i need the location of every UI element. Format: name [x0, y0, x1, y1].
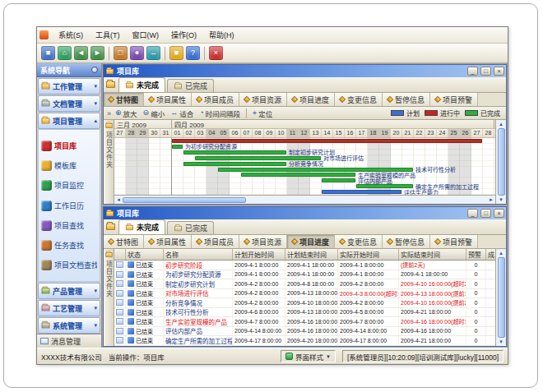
- gantt-tab-unfinished[interactable]: 未完成: [118, 77, 165, 92]
- menu-system[interactable]: 系统(S): [53, 28, 89, 42]
- table-row[interactable]: 已结束分析竞争情况2009-4-2 8:00:002009-4-10 18:00…: [114, 298, 495, 308]
- help-button[interactable]: ?: [186, 46, 200, 60]
- message-management-tab[interactable]: 消息管理: [37, 334, 101, 348]
- gantt-tab-project-resources[interactable]: 项目资源: [239, 93, 287, 106]
- refresh-button[interactable]: ↔: [146, 46, 160, 60]
- scroll-right-icon[interactable]: ►: [489, 196, 494, 203]
- restore-button[interactable]: □: [480, 209, 491, 218]
- side-tab-project-folder[interactable]: 项目文件夹: [104, 249, 114, 346]
- row-selector-cell[interactable]: [114, 279, 126, 288]
- table-row[interactable]: 已结束生产实验室规模的产品2009-4-7 8:00:002009-4-16 1…: [114, 317, 495, 327]
- zoom-in-button[interactable]: ⊕放大: [114, 108, 139, 118]
- menu-help[interactable]: 帮助(H): [203, 28, 240, 42]
- table-tab-finished[interactable]: 已完成: [167, 221, 214, 234]
- gantt-tab-project-properties[interactable]: 项目属性: [144, 93, 192, 106]
- sidebar-item-work-calendar[interactable]: 工作日历: [41, 201, 97, 211]
- table-tab-project-members[interactable]: 项目成员: [192, 235, 239, 248]
- gantt-bar-define-production-process[interactable]: [356, 184, 413, 188]
- home-button[interactable]: ⌂: [58, 46, 72, 60]
- table-tab-project-warning[interactable]: 项目预警: [430, 235, 478, 248]
- sidebar-item-project-library[interactable]: 项目库: [41, 141, 97, 151]
- gantt-body[interactable]: 为初步研究分配资源制定初步研究计划对市场进行评估分析竞争情况技术可行性分析生产实…: [114, 138, 495, 195]
- fit-button[interactable]: ↔适合: [169, 108, 195, 118]
- table-header-status[interactable]: 状态: [126, 249, 164, 260]
- table-header-members[interactable]: 成: [486, 249, 495, 260]
- sidebar-group-work-management[interactable]: 工作管理▾: [38, 78, 100, 95]
- gantt-window-titlebar[interactable]: 项目库 _ □ ×: [104, 65, 506, 77]
- time-interval-button[interactable]: ◔时间间隔段: [197, 108, 242, 118]
- gantt-tab-project-members[interactable]: 项目成员: [192, 93, 239, 106]
- table-tab-unfinished[interactable]: 未完成: [118, 219, 165, 234]
- table-window-titlebar[interactable]: 项目库 _ □ ×: [104, 207, 506, 219]
- close-button[interactable]: ×: [494, 209, 504, 218]
- overflow-chevron-icon[interactable]: »: [107, 109, 111, 118]
- horizontal-scrollbar[interactable]: ◄ ►: [114, 195, 495, 204]
- table-row[interactable]: 已结束对市场进行评估2009-4-2 8:00:002009-4-13 18:0…: [114, 289, 495, 299]
- table-row[interactable]: 已结束确定生产所需的加工过程2009-4-17 8:00:002009-4-20…: [114, 336, 495, 346]
- scroll-left-icon[interactable]: ◄: [116, 196, 121, 203]
- sidebar-group-document-management[interactable]: 文档管理▾: [38, 95, 100, 112]
- table-row[interactable]: 已结束制定初步研究计划2009-4-2 8:00:002009-4-8 18:0…: [114, 279, 495, 289]
- row-selector-cell[interactable]: [114, 317, 126, 326]
- sidebar-group-process-management[interactable]: 工艺管理▾: [38, 300, 100, 316]
- sidebar-item-task-search[interactable]: 任务查找: [41, 240, 97, 251]
- menu-tools[interactable]: 工具(T): [90, 28, 126, 42]
- gantt-bar-assign-resources[interactable]: [172, 145, 183, 149]
- scroll-up-icon[interactable]: ▲: [499, 250, 504, 256]
- gantt-bar-evaluate-capacity[interactable]: [322, 190, 401, 194]
- gantt-tab-finished[interactable]: 已完成: [167, 79, 214, 92]
- row-selector-cell[interactable]: [114, 336, 126, 345]
- zoom-out-button[interactable]: ⊖缩小: [142, 108, 167, 118]
- scroll-up-icon[interactable]: ▲: [499, 121, 504, 127]
- gantt-tab-pause-info[interactable]: 暂停信息: [383, 93, 430, 106]
- minimize-button[interactable]: _: [467, 209, 478, 218]
- gantt-bar-market-evaluation[interactable]: [195, 156, 321, 160]
- scroll-down-icon[interactable]: ▼: [499, 339, 504, 345]
- table-row[interactable]: 已结束为初步研究分配资源2009-4-1 8:00:002009-4-1 18:…: [114, 270, 495, 280]
- sidebar-group-system-management[interactable]: 系统管理▾: [38, 317, 100, 334]
- table-row[interactable]: 已结束评估内部产品2009-4-14 8:00:002009-4-16 18:0…: [114, 327, 495, 337]
- h-scrollbar-thumb[interactable]: [123, 197, 246, 203]
- gantt-tab-project-warning[interactable]: 项目预警: [430, 93, 478, 106]
- v-scrollbar-thumb[interactable]: [498, 257, 505, 338]
- gantt-tab-change-info[interactable]: 变更信息: [335, 93, 383, 106]
- row-selector-cell[interactable]: [114, 261, 126, 270]
- table-tab-change-info[interactable]: 变更信息: [335, 235, 383, 248]
- search-button[interactable]: ●: [130, 46, 144, 60]
- table-tab-gantt-chart[interactable]: 甘特图: [104, 235, 144, 248]
- sidebar-item-project-search[interactable]: 项目查找: [41, 220, 97, 231]
- table-header-actual-start[interactable]: 实际开始时间: [338, 249, 399, 260]
- pin-icon[interactable]: [91, 67, 98, 73]
- sidebar-item-project-doc-search[interactable]: 项目文档查找: [41, 260, 97, 270]
- sidebar-group-project-management[interactable]: 项目管理▴: [38, 113, 100, 129]
- row-selector-cell[interactable]: [114, 289, 126, 298]
- table-header-name[interactable]: 名称: [164, 249, 233, 260]
- scroll-down-icon[interactable]: ▼: [499, 196, 504, 203]
- window-button[interactable]: □: [114, 46, 128, 60]
- gantt-bar-make-initial-plan[interactable]: [183, 150, 286, 154]
- gantt-bar-evaluate-internal-product[interactable]: [322, 178, 355, 182]
- exit-button[interactable]: ×: [209, 46, 223, 60]
- table-tab-project-properties[interactable]: 项目属性: [144, 235, 192, 248]
- sidebar-item-project-monitor[interactable]: 项目监控: [41, 180, 97, 191]
- locate-button[interactable]: ⌖定位: [251, 108, 274, 118]
- gantt-tab-project-progress[interactable]: 项目进度: [287, 93, 335, 106]
- vertical-scrollbar[interactable]: ▲ ▼: [495, 249, 506, 346]
- table-tab-project-resources[interactable]: 项目资源: [239, 235, 287, 248]
- table-header-plan-end[interactable]: 计划结束时间: [285, 249, 338, 260]
- minimize-button[interactable]: _: [467, 67, 478, 76]
- close-button[interactable]: ×: [494, 67, 504, 76]
- table-header-warning[interactable]: 预警: [466, 249, 486, 260]
- table-tab-pause-info[interactable]: 暂停信息: [383, 235, 430, 248]
- menu-window[interactable]: 窗口(W): [127, 28, 165, 42]
- table-row[interactable]: 已结束初步研究阶段2009-4-1 8:00:002009-4-1 18:00:…: [114, 261, 495, 270]
- gantt-bar-lab-scale-product[interactable]: [241, 173, 355, 177]
- menu-operation[interactable]: 操作(O): [165, 28, 202, 42]
- forward-button[interactable]: ►: [90, 46, 104, 60]
- save-button[interactable]: ■: [41, 46, 55, 60]
- vertical-scrollbar[interactable]: ▲ ▼: [495, 120, 506, 204]
- row-selector-cell[interactable]: [114, 308, 126, 317]
- gantt-bar-tech-feasibility[interactable]: [218, 168, 413, 172]
- v-scrollbar-thumb[interactable]: [498, 128, 505, 196]
- row-selector-cell[interactable]: [114, 327, 126, 336]
